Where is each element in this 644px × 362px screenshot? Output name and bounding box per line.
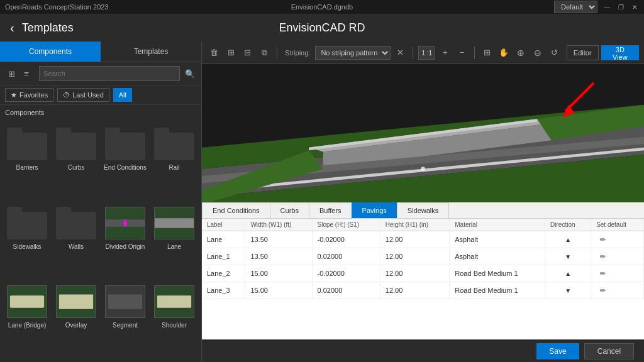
table-row: Lane 13.50 -0.02000 12.00 Asphalt <box>202 231 644 248</box>
overlay-label: Overlay <box>65 322 87 329</box>
tool-icon-3[interactable]: ⧉ <box>257 45 272 60</box>
search-bar: ⊞ ≡ 🔍 <box>0 62 201 85</box>
favorites-filter[interactable]: ★ Favorites <box>5 88 53 102</box>
delete-button[interactable]: 🗑 <box>207 45 221 60</box>
tool-icon-2[interactable]: ⊟ <box>241 45 255 60</box>
edit-icon[interactable] <box>596 233 609 246</box>
svg-rect-5 <box>155 218 194 228</box>
striping-select[interactable]: No striping pattern <box>315 46 391 60</box>
table-row: Lane_3 15.00 0.02000 12.00 Road Bed Medi… <box>202 282 644 299</box>
zoom-in-icon[interactable]: ⊕ <box>514 45 528 60</box>
search-icon[interactable]: 🔍 <box>184 67 196 80</box>
app-header: ‹ Templates EnvisionCAD RD <box>0 14 644 41</box>
list-item[interactable]: Shoulder <box>152 283 196 357</box>
cell-direction[interactable] <box>545 265 591 282</box>
tool-icon-1[interactable]: ⊞ <box>224 45 238 60</box>
all-filter[interactable]: All <box>113 88 132 102</box>
cell-slope: -0.02000 <box>312 231 380 248</box>
list-item[interactable]: Lane (Bridge) <box>5 283 49 357</box>
edit-icon[interactable] <box>596 250 609 263</box>
arrow-up-icon[interactable] <box>565 270 571 277</box>
divided-origin-label: Divided Origin <box>106 243 145 250</box>
zoom-out-icon[interactable]: ⊖ <box>530 45 545 60</box>
header-title: Templates <box>22 21 74 35</box>
last-used-filter[interactable]: ⏱ Last Used <box>57 88 109 102</box>
favorites-star-icon: ★ <box>11 91 17 99</box>
striping-close-button[interactable]: ✕ <box>393 45 408 60</box>
back-button[interactable]: ‹ <box>10 21 14 35</box>
cell-label: Lane_3 <box>202 282 245 299</box>
tab-sidewalks[interactable]: Sidewalks <box>397 202 450 218</box>
cell-height: 12.00 <box>380 248 449 265</box>
list-item[interactable]: Lane <box>152 204 196 278</box>
arrow-down-icon[interactable] <box>565 287 571 294</box>
edit-icon[interactable] <box>596 284 609 297</box>
cell-direction[interactable] <box>545 231 591 248</box>
list-item[interactable]: Sidewalks <box>5 204 49 278</box>
striping-label: Striping: <box>285 49 310 57</box>
rail-label: Rail <box>169 164 179 171</box>
search-input[interactable] <box>39 66 180 81</box>
grid-view-icon[interactable]: ⊞ <box>5 67 18 80</box>
cell-material: Asphalt <box>450 231 545 248</box>
list-item[interactable]: Curbs <box>54 125 98 199</box>
cancel-button[interactable]: Cancel <box>584 343 634 359</box>
restore-button[interactable]: ❐ <box>616 3 625 11</box>
close-button[interactable]: ✕ <box>630 3 639 11</box>
cell-edit[interactable] <box>591 248 644 265</box>
cell-edit[interactable] <box>591 282 644 299</box>
tab-curbs[interactable]: Curbs <box>270 202 309 218</box>
lane-label: Lane <box>167 243 181 250</box>
minimize-button[interactable]: — <box>602 3 611 11</box>
arrow-down-icon[interactable] <box>565 253 571 260</box>
tab-buffers[interactable]: Buffers <box>309 202 352 218</box>
tab-templates[interactable]: Templates <box>101 41 201 62</box>
refresh-icon[interactable]: ↺ <box>547 45 562 60</box>
list-item[interactable]: Rail <box>152 125 196 199</box>
zoom-value: 1 <box>421 49 425 57</box>
cell-height: 12.00 <box>380 265 449 282</box>
tab-end-conditions[interactable]: End Conditions <box>202 202 270 218</box>
tab-components[interactable]: Components <box>0 41 101 62</box>
cell-slope: -0.02000 <box>312 265 380 282</box>
zoom-minus-button[interactable]: − <box>455 45 469 60</box>
toolbar-separator <box>277 47 277 59</box>
sidewalks-label: Sidewalks <box>13 243 41 250</box>
save-button[interactable]: Save <box>536 343 579 359</box>
cell-label: Lane <box>202 231 245 248</box>
cell-direction[interactable] <box>545 248 591 265</box>
pan-icon[interactable]: ✋ <box>497 45 511 60</box>
cell-edit[interactable] <box>591 231 644 248</box>
segment-icon <box>103 283 147 321</box>
profile-dropdown[interactable]: Default <box>554 1 597 13</box>
list-item[interactable]: Segment <box>103 283 147 357</box>
list-item[interactable]: End Conditions <box>103 125 147 199</box>
3d-view-button[interactable]: 3D View <box>601 45 640 60</box>
tab-pavings[interactable]: Pavings <box>352 202 397 218</box>
col-set-default: Set default <box>591 219 644 231</box>
editor-view-button[interactable]: Editor <box>567 45 599 60</box>
col-label: Label <box>202 219 245 231</box>
list-item[interactable]: Walls <box>54 204 98 278</box>
data-panel: End Conditions Curbs Buffers Pavings Sid… <box>202 202 644 339</box>
cell-width: 13.50 <box>245 248 312 265</box>
zoom-suffix: :1 <box>426 49 432 57</box>
grid-icon[interactable]: ⊞ <box>480 45 494 60</box>
svg-rect-13 <box>157 296 191 308</box>
edit-icon[interactable] <box>596 267 609 280</box>
zoom-plus-button[interactable]: + <box>438 45 452 60</box>
svg-point-25 <box>421 167 425 171</box>
list-item[interactable]: Overlay <box>54 283 98 357</box>
table-row: Lane_1 13.50 0.02000 12.00 Asphalt <box>202 248 644 265</box>
zoom-display: 1 :1 <box>418 46 435 60</box>
list-item[interactable]: Barriers <box>5 125 49 199</box>
list-view-icon[interactable]: ≡ <box>20 67 33 80</box>
walls-icon <box>54 204 98 242</box>
file-name: EnvisionCAD.dgndb <box>291 3 353 11</box>
lane-icon <box>152 204 196 242</box>
cell-height: 12.00 <box>380 231 449 248</box>
arrow-up-icon[interactable] <box>565 236 571 243</box>
cell-direction[interactable] <box>545 282 591 299</box>
list-item[interactable]: Divided Origin <box>103 204 147 278</box>
cell-edit[interactable] <box>591 265 644 282</box>
